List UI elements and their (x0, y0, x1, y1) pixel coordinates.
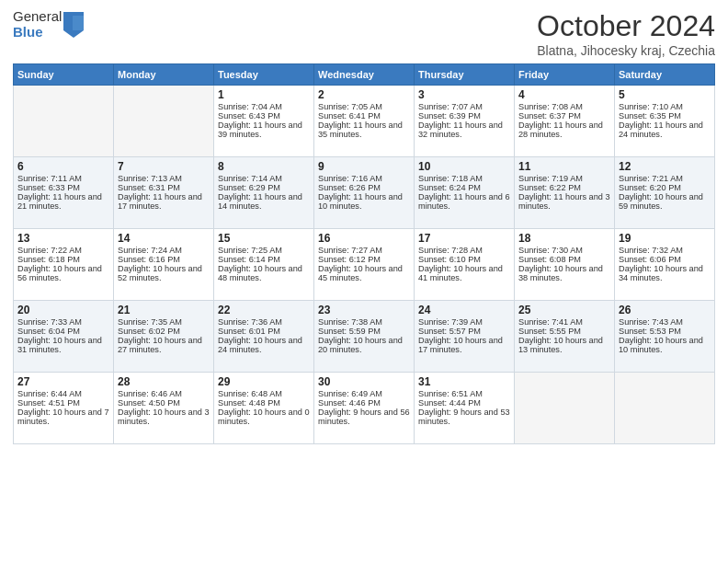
daylight-text: Daylight: 11 hours and 10 minutes. (318, 192, 403, 211)
table-row: 14Sunrise: 7:24 AMSunset: 6:16 PMDayligh… (114, 229, 214, 301)
day-number: 29 (218, 375, 310, 388)
daylight-text: Daylight: 11 hours and 21 minutes. (17, 192, 102, 211)
daylight-text: Daylight: 10 hours and 56 minutes. (17, 264, 102, 282)
table-row: 22Sunrise: 7:36 AMSunset: 6:01 PMDayligh… (214, 301, 314, 373)
table-row: 28Sunrise: 6:46 AMSunset: 4:50 PMDayligh… (114, 373, 214, 444)
sunrise-text: Sunrise: 7:18 AM (418, 174, 483, 183)
sunrise-text: Sunrise: 7:04 AM (218, 102, 282, 111)
sunset-text: Sunset: 6:06 PM (619, 255, 681, 264)
day-number: 26 (619, 304, 711, 316)
table-row: 19Sunrise: 7:32 AMSunset: 6:06 PMDayligh… (615, 229, 715, 301)
sunrise-text: Sunrise: 7:32 AM (619, 246, 683, 255)
sunrise-text: Sunrise: 7:19 AM (518, 174, 583, 183)
table-row: 12Sunrise: 7:21 AMSunset: 6:20 PMDayligh… (615, 157, 715, 229)
day-number: 20 (17, 304, 109, 316)
day-number: 17 (418, 232, 510, 245)
daylight-text: Daylight: 10 hours and 31 minutes. (17, 336, 102, 354)
sunset-text: Sunset: 6:10 PM (418, 255, 481, 264)
daylight-text: Daylight: 9 hours and 56 minutes. (318, 408, 410, 426)
daylight-text: Daylight: 10 hours and 10 minutes. (619, 336, 703, 354)
daylight-text: Daylight: 11 hours and 17 minutes. (118, 192, 202, 211)
sunrise-text: Sunrise: 6:48 AM (218, 389, 282, 398)
table-row: 31Sunrise: 6:51 AMSunset: 4:44 PMDayligh… (415, 373, 515, 444)
table-row: 29Sunrise: 6:48 AMSunset: 4:48 PMDayligh… (214, 373, 314, 444)
calendar-week-row: 6Sunrise: 7:11 AMSunset: 6:33 PMDaylight… (14, 157, 715, 229)
day-number: 9 (318, 160, 410, 173)
day-number: 21 (118, 304, 210, 316)
day-number: 30 (318, 375, 410, 388)
sunrise-text: Sunrise: 7:35 AM (118, 317, 182, 327)
header-thursday: Thursday (415, 64, 515, 86)
day-number: 22 (218, 304, 310, 316)
day-number: 10 (418, 160, 510, 173)
table-row: 16Sunrise: 7:27 AMSunset: 6:12 PMDayligh… (314, 229, 415, 301)
sunset-text: Sunset: 6:24 PM (418, 183, 481, 192)
sunrise-text: Sunrise: 7:14 AM (218, 174, 282, 183)
sunset-text: Sunset: 6:29 PM (218, 183, 280, 192)
sunrise-text: Sunrise: 7:36 AM (218, 317, 282, 327)
table-row: 25Sunrise: 7:41 AMSunset: 5:55 PMDayligh… (515, 301, 615, 373)
table-row: 10Sunrise: 7:18 AMSunset: 6:24 PMDayligh… (415, 157, 515, 229)
table-row: 2Sunrise: 7:05 AMSunset: 6:41 PMDaylight… (314, 86, 415, 157)
page-header: General Blue October 2024 Blatna, Jihoce… (13, 9, 715, 58)
logo-blue: Blue (13, 25, 62, 40)
sunset-text: Sunset: 5:57 PM (418, 327, 481, 336)
table-row: 26Sunrise: 7:43 AMSunset: 5:53 PMDayligh… (615, 301, 715, 373)
daylight-text: Daylight: 10 hours and 0 minutes. (218, 408, 310, 426)
daylight-text: Daylight: 10 hours and 59 minutes. (619, 192, 703, 211)
weekday-header-row: Sunday Monday Tuesday Wednesday Thursday… (14, 64, 715, 86)
sunrise-text: Sunrise: 7:33 AM (17, 317, 82, 327)
svg-marker-1 (73, 16, 84, 30)
logo: General Blue (13, 9, 84, 40)
header-wednesday: Wednesday (314, 64, 415, 86)
calendar-week-row: 27Sunrise: 6:44 AMSunset: 4:51 PMDayligh… (14, 373, 715, 444)
sunrise-text: Sunrise: 7:11 AM (17, 174, 82, 183)
header-tuesday: Tuesday (214, 64, 314, 86)
table-row: 23Sunrise: 7:38 AMSunset: 5:59 PMDayligh… (314, 301, 415, 373)
daylight-text: Daylight: 10 hours and 45 minutes. (318, 264, 403, 282)
table-row: 6Sunrise: 7:11 AMSunset: 6:33 PMDaylight… (14, 157, 114, 229)
day-number: 19 (619, 232, 711, 245)
sunrise-text: Sunrise: 7:07 AM (418, 102, 483, 111)
day-number: 27 (17, 375, 109, 388)
sunset-text: Sunset: 6:22 PM (518, 183, 581, 192)
table-row: 5Sunrise: 7:10 AMSunset: 6:35 PMDaylight… (615, 86, 715, 157)
table-row: 9Sunrise: 7:16 AMSunset: 6:26 PMDaylight… (314, 157, 415, 229)
table-row: 11Sunrise: 7:19 AMSunset: 6:22 PMDayligh… (515, 157, 615, 229)
table-row: 20Sunrise: 7:33 AMSunset: 6:04 PMDayligh… (14, 301, 114, 373)
daylight-text: Daylight: 11 hours and 39 minutes. (218, 121, 302, 139)
day-number: 11 (518, 160, 610, 173)
sunrise-text: Sunrise: 6:49 AM (318, 389, 382, 398)
table-row: 15Sunrise: 7:25 AMSunset: 6:14 PMDayligh… (214, 229, 314, 301)
calendar-week-row: 1Sunrise: 7:04 AMSunset: 6:43 PMDaylight… (14, 86, 715, 157)
day-number: 23 (318, 304, 410, 316)
table-row: 21Sunrise: 7:35 AMSunset: 6:02 PMDayligh… (114, 301, 214, 373)
day-number: 5 (619, 88, 711, 101)
daylight-text: Daylight: 11 hours and 35 minutes. (318, 121, 403, 139)
logo-icon (63, 12, 84, 38)
day-number: 25 (518, 304, 610, 316)
table-row (14, 86, 114, 157)
sunset-text: Sunset: 6:41 PM (318, 111, 381, 121)
day-number: 6 (17, 160, 109, 173)
daylight-text: Daylight: 10 hours and 52 minutes. (118, 264, 202, 282)
header-saturday: Saturday (615, 64, 715, 86)
table-row: 18Sunrise: 7:30 AMSunset: 6:08 PMDayligh… (515, 229, 615, 301)
table-row: 24Sunrise: 7:39 AMSunset: 5:57 PMDayligh… (415, 301, 515, 373)
calendar-page: General Blue October 2024 Blatna, Jihoce… (0, 0, 728, 563)
sunset-text: Sunset: 6:04 PM (17, 327, 80, 336)
sunset-text: Sunset: 6:02 PM (118, 327, 180, 336)
table-row: 4Sunrise: 7:08 AMSunset: 6:37 PMDaylight… (515, 86, 615, 157)
day-number: 4 (518, 88, 610, 101)
table-row: 1Sunrise: 7:04 AMSunset: 6:43 PMDaylight… (214, 86, 314, 157)
sunrise-text: Sunrise: 7:10 AM (619, 102, 683, 111)
sunset-text: Sunset: 5:59 PM (318, 327, 381, 336)
sunrise-text: Sunrise: 7:41 AM (518, 317, 583, 327)
day-number: 1 (218, 88, 310, 101)
sunrise-text: Sunrise: 7:38 AM (318, 317, 382, 327)
sunset-text: Sunset: 6:33 PM (17, 183, 80, 192)
location: Blatna, Jihocesky kraj, Czechia (537, 43, 715, 58)
sunset-text: Sunset: 6:18 PM (17, 255, 80, 264)
sunrise-text: Sunrise: 7:13 AM (118, 174, 182, 183)
daylight-text: Daylight: 11 hours and 32 minutes. (418, 121, 503, 139)
